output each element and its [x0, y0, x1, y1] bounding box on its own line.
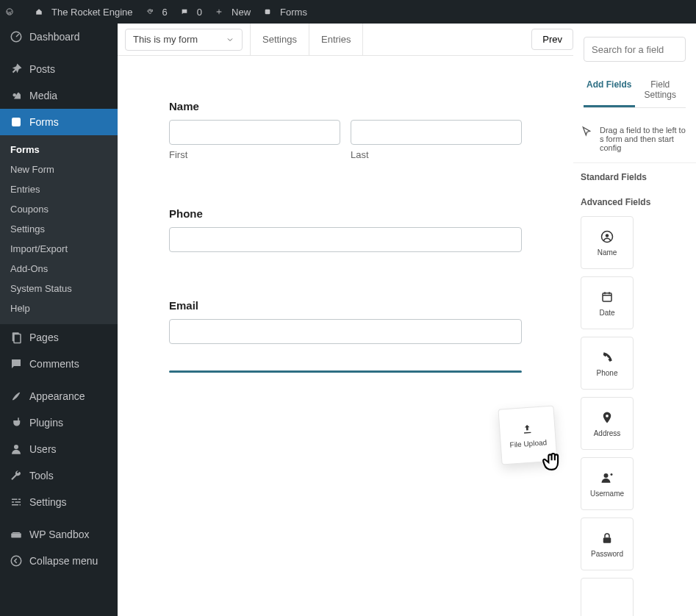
field-name[interactable]: Name First Last — [169, 100, 522, 160]
sidebar-item-dashboard[interactable]: Dashboard — [0, 24, 118, 50]
site-name[interactable]: The Rocket Engine — [35, 6, 133, 18]
tile-username[interactable]: Username — [581, 457, 634, 510]
svg-point-14 — [604, 473, 609, 478]
tile-password[interactable]: Password — [581, 517, 634, 570]
sandbox-icon — [9, 527, 24, 542]
drop-indicator — [169, 370, 522, 373]
sidebar-item-wpsandbox[interactable]: WP Sandbox — [0, 521, 118, 548]
submenu-coupons[interactable]: Coupons — [0, 199, 118, 219]
form-canvas[interactable]: Name First Last Phone — [118, 56, 573, 402]
form-selector[interactable]: This is my form — [125, 29, 243, 51]
sidebar-item-media[interactable]: Media — [0, 82, 118, 109]
admin-bar: The Rocket Engine 6 0 New Forms — [0, 0, 696, 24]
sidebar-item-comments[interactable]: Comments — [0, 351, 118, 377]
sidebar-item-label: Posts — [29, 63, 55, 75]
tile-empty[interactable] — [581, 578, 634, 616]
upload-icon — [521, 423, 534, 435]
field-label: Email — [169, 299, 522, 312]
tile-label: Name — [598, 248, 617, 257]
submenu-system-status[interactable]: System Status — [0, 279, 118, 298]
tile-label: Username — [590, 490, 624, 498]
tile-phone[interactable]: Phone — [581, 337, 634, 390]
collapse-icon — [9, 554, 24, 568]
sidebar-item-label: Tools — [29, 470, 54, 481]
sidebar-item-pages[interactable]: Pages — [0, 324, 118, 351]
form-selector-label: This is my form — [133, 34, 198, 45]
sidebar-item-label: Forms — [29, 116, 59, 128]
submenu-import-export[interactable]: Import/Export — [0, 239, 118, 259]
tab-entries[interactable]: Entries — [309, 24, 363, 55]
sidebar-item-label: Dashboard — [29, 31, 80, 43]
field-search-input[interactable] — [584, 37, 686, 62]
preview-button[interactable]: Prev — [531, 29, 573, 50]
phone-input[interactable] — [169, 227, 522, 252]
hint-text: Drag a field to the left to s form and t… — [600, 126, 689, 152]
svg-point-7 — [14, 445, 18, 449]
svg-rect-6 — [14, 334, 21, 343]
new-content[interactable]: New — [215, 6, 251, 18]
user-circle-icon — [600, 229, 614, 244]
last-sublabel: Last — [351, 149, 522, 160]
submenu-help[interactable]: Help — [0, 298, 118, 318]
main-area: This is my form Settings Entries Prev Na… — [118, 24, 696, 616]
comment-icon — [9, 357, 24, 371]
sidebar-item-settings[interactable]: Settings — [0, 489, 118, 515]
tab-field-settings[interactable]: Field Settings — [635, 72, 686, 107]
field-email[interactable]: Email — [169, 299, 522, 344]
panel-hint: Drag a field to the left to s form and t… — [573, 115, 696, 163]
sidebar-item-label: Media — [29, 90, 57, 101]
submenu-entries[interactable]: Entries — [0, 179, 118, 199]
context-forms[interactable]: Forms — [264, 6, 307, 18]
tile-name[interactable]: Name — [581, 216, 634, 269]
updates[interactable]: 6 — [146, 6, 168, 18]
sliders-icon — [9, 495, 24, 509]
refresh-icon — [146, 6, 158, 18]
sidebar-item-appearance[interactable]: Appearance — [0, 383, 118, 409]
pin-icon — [9, 62, 24, 76]
email-input[interactable] — [169, 319, 522, 344]
tab-settings[interactable]: Settings — [251, 24, 309, 55]
section-standard[interactable]: Standard Fields — [573, 163, 696, 182]
svg-point-9 — [11, 556, 21, 566]
sidebar-item-label: Appearance — [29, 390, 85, 402]
sidebar-item-label: Settings — [29, 496, 67, 508]
sidebar-item-posts[interactable]: Posts — [0, 56, 118, 82]
tile-label: Date — [599, 309, 614, 317]
sidebar-item-tools[interactable]: Tools — [0, 462, 118, 489]
svg-point-13 — [606, 414, 609, 417]
submenu-new-form[interactable]: New Form — [0, 160, 118, 179]
fields-panel: Add Fields Field Settings Drag a field t… — [573, 24, 696, 616]
svg-rect-12 — [603, 293, 611, 301]
sidebar-item-plugins[interactable]: Plugins — [0, 409, 118, 436]
section-advanced[interactable]: Advanced Fields — [573, 182, 696, 207]
dragging-field-tile: File Upload — [498, 405, 557, 465]
location-icon — [600, 410, 614, 425]
sidebar-item-forms[interactable]: Forms — [0, 109, 118, 135]
chevron-down-icon — [226, 35, 234, 44]
plug-icon — [9, 415, 24, 430]
sidebar-item-label: Plugins — [29, 417, 63, 429]
field-label: Phone — [169, 207, 522, 220]
new-label: New — [232, 7, 251, 18]
tile-address[interactable]: Address — [581, 397, 634, 450]
sidebar-item-users[interactable]: Users — [0, 436, 118, 462]
dashboard-icon — [9, 29, 24, 44]
tile-label: Address — [594, 429, 621, 437]
submenu-addons[interactable]: Add-Ons — [0, 259, 118, 279]
sidebar-collapse[interactable]: Collapse menu — [0, 548, 118, 574]
first-name-input[interactable] — [169, 120, 340, 145]
comments[interactable]: 0 — [181, 6, 202, 18]
field-phone[interactable]: Phone — [169, 207, 522, 252]
calendar-icon — [600, 290, 614, 304]
sidebar-item-label: Collapse menu — [29, 555, 98, 567]
wp-logo[interactable] — [6, 6, 22, 18]
submenu-settings[interactable]: Settings — [0, 219, 118, 239]
submenu-forms[interactable]: Forms — [0, 140, 118, 160]
drag-cursor-icon — [540, 450, 565, 475]
wordpress-icon — [6, 6, 18, 18]
tab-add-fields[interactable]: Add Fields — [584, 72, 635, 107]
forms-submenu: Forms New Form Entries Coupons Settings … — [0, 135, 118, 324]
last-name-input[interactable] — [351, 120, 522, 145]
svg-rect-1 — [265, 10, 270, 15]
tile-date[interactable]: Date — [581, 276, 634, 329]
